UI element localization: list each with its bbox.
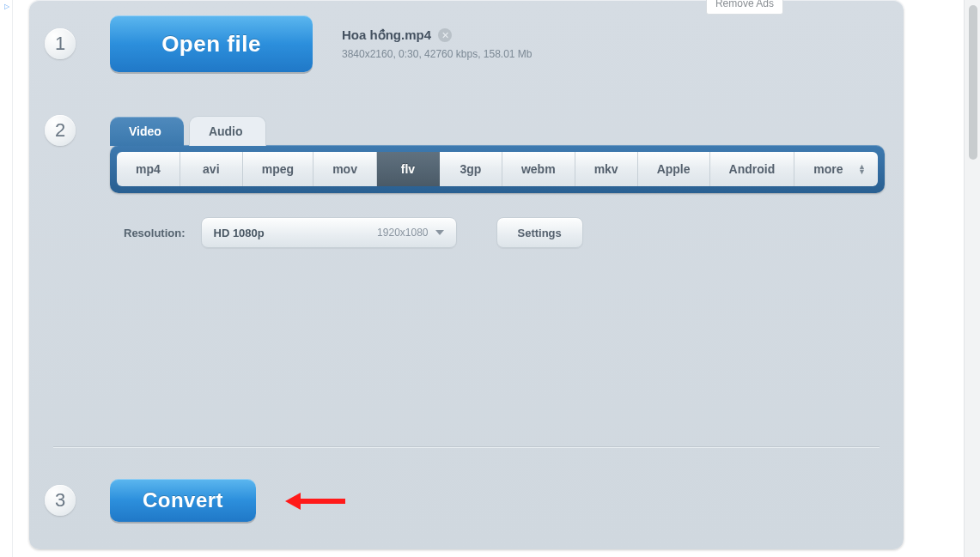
format-mp4[interactable]: mp4: [117, 152, 180, 186]
tab-audio[interactable]: Audio: [189, 116, 266, 146]
settings-button[interactable]: Settings: [496, 217, 583, 248]
file-meta: 3840x2160, 0:30, 42760 kbps, 158.01 Mb: [342, 48, 533, 60]
resolution-select[interactable]: HD 1080p 1920x1080: [201, 217, 457, 248]
format-apple[interactable]: Apple: [638, 152, 710, 186]
remove-ads-link[interactable]: Remove Ads: [706, 0, 783, 15]
section-divider: [53, 446, 880, 448]
scrollbar-thumb[interactable]: [969, 5, 977, 160]
step-2-block: 2 Video Audio mp4avimpegmovflv3gpwebmmkv…: [45, 115, 885, 248]
remove-file-icon[interactable]: ✕: [438, 28, 452, 42]
format-3gp[interactable]: 3gp: [440, 152, 502, 186]
step-3-badge: 3: [45, 485, 76, 516]
tab-video[interactable]: Video: [110, 117, 184, 146]
resolution-name: HD 1080p: [214, 227, 265, 239]
step-1-row: 1 Open file Hoa hồng.mp4 ✕ 3840x2160, 0:…: [45, 15, 533, 72]
format-more[interactable]: more▲▼: [794, 152, 878, 186]
file-name: Hoa hồng.mp4: [342, 27, 431, 43]
page-scrollbar[interactable]: [964, 0, 980, 557]
resolution-dim: 1920x1080: [377, 227, 428, 239]
converter-panel: Remove Ads 1 Open file Hoa hồng.mp4 ✕ 38…: [29, 0, 904, 549]
format-more-label: more: [813, 162, 843, 176]
resolution-label: Resolution:: [124, 227, 186, 239]
open-file-button[interactable]: Open file: [110, 15, 313, 72]
convert-button[interactable]: Convert: [110, 479, 256, 522]
updown-icon: ▲▼: [858, 164, 866, 174]
format-mov[interactable]: mov: [313, 152, 377, 186]
file-info: Hoa hồng.mp4 ✕ 3840x2160, 0:30, 42760 kb…: [342, 27, 533, 60]
format-flv[interactable]: flv: [377, 152, 440, 186]
adchoices-icon[interactable]: ▷: [4, 3, 9, 10]
step-1-badge: 1: [45, 28, 76, 59]
format-bar: mp4avimpegmovflv3gpwebmmkvAppleAndroidmo…: [110, 145, 885, 193]
step-2-badge: 2: [45, 115, 76, 146]
step-3-row: 3 Convert: [45, 479, 256, 522]
chevron-down-icon: [435, 230, 444, 235]
format-webm[interactable]: webm: [502, 152, 575, 186]
format-mpeg[interactable]: mpeg: [243, 152, 313, 186]
format-mkv[interactable]: mkv: [575, 152, 638, 186]
annotation-arrow: [285, 493, 345, 510]
output-type-tabs: Video Audio: [110, 116, 266, 146]
format-avi[interactable]: avi: [180, 152, 243, 186]
format-android[interactable]: Android: [710, 152, 795, 186]
